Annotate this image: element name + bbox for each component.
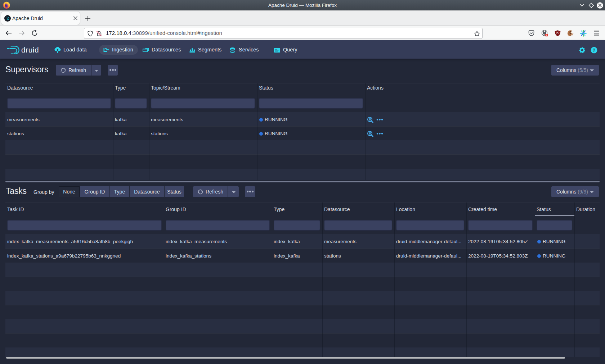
svg-text:UO: UO [556,31,560,34]
svg-text:?: ? [593,48,596,53]
